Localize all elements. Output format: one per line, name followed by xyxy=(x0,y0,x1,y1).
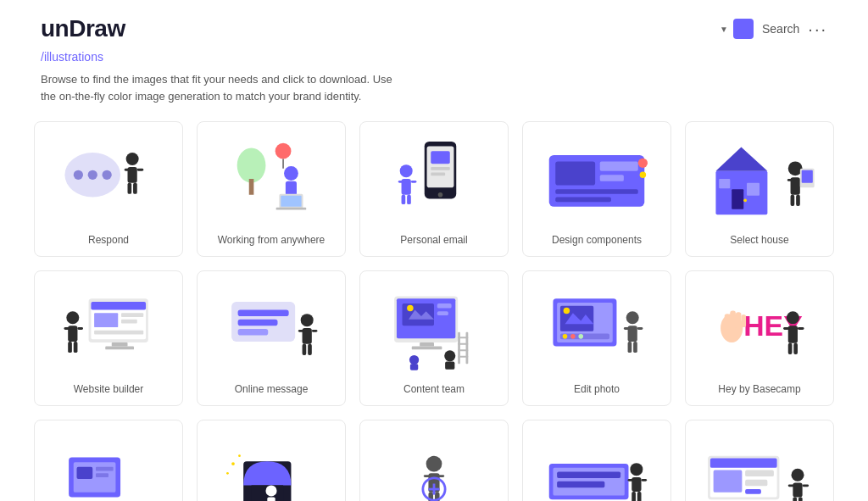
svg-point-106 xyxy=(626,311,639,324)
card-editphoto-image xyxy=(533,281,660,375)
svg-rect-47 xyxy=(787,179,793,181)
card-15[interactable] xyxy=(685,420,834,501)
svg-rect-147 xyxy=(557,471,620,478)
header-right: ▼ Search ··· xyxy=(720,19,827,39)
card-hey-basecamp[interactable]: HEY Hey by Basecamp xyxy=(685,270,834,406)
svg-point-89 xyxy=(444,350,455,361)
svg-rect-71 xyxy=(238,329,269,336)
svg-rect-23 xyxy=(431,173,445,176)
svg-point-133 xyxy=(231,462,235,465)
svg-point-62 xyxy=(66,311,79,324)
svg-rect-9 xyxy=(133,183,137,194)
color-swatch[interactable] xyxy=(733,19,754,39)
card-13[interactable] xyxy=(359,420,509,501)
card-content-team[interactable]: Content team xyxy=(359,270,509,406)
svg-rect-49 xyxy=(791,195,795,206)
svg-rect-77 xyxy=(308,344,312,355)
color-picker-group[interactable]: ▼ xyxy=(720,19,754,39)
svg-rect-108 xyxy=(624,327,630,330)
card-15-image xyxy=(696,431,823,501)
card-respond[interactable]: Respond xyxy=(34,121,183,257)
card-online-message[interactable]: Online message xyxy=(197,270,346,406)
svg-rect-83 xyxy=(437,303,452,309)
card-edit-photo[interactable]: Edit photo xyxy=(522,270,671,406)
svg-rect-85 xyxy=(420,342,434,347)
illustrations-link[interactable]: /illustrations xyxy=(41,50,103,64)
svg-point-131 xyxy=(265,485,276,496)
card-working-from-anywhere[interactable]: Working from anywhere xyxy=(197,121,346,257)
svg-point-105 xyxy=(578,334,583,339)
svg-point-44 xyxy=(743,198,747,202)
svg-point-162 xyxy=(792,469,804,482)
card-14[interactable] xyxy=(522,420,671,501)
card-house-label: Select house xyxy=(730,234,788,246)
svg-rect-138 xyxy=(424,475,431,477)
svg-rect-32 xyxy=(555,161,595,185)
more-menu-button[interactable]: ··· xyxy=(808,19,827,39)
card-design-components[interactable]: Design components xyxy=(522,121,671,257)
svg-rect-59 xyxy=(94,331,143,335)
card-12[interactable] xyxy=(197,420,346,501)
svg-point-82 xyxy=(407,305,414,312)
card-design-image xyxy=(533,132,660,225)
svg-rect-29 xyxy=(402,195,406,204)
svg-rect-75 xyxy=(312,330,318,332)
svg-rect-58 xyxy=(121,320,137,324)
logo: unDraw xyxy=(41,15,125,42)
card-select-house[interactable]: Select house xyxy=(685,121,834,257)
svg-rect-74 xyxy=(298,330,304,332)
svg-rect-164 xyxy=(788,484,795,487)
svg-rect-64 xyxy=(64,327,70,330)
card-message-image xyxy=(208,281,335,375)
svg-rect-41 xyxy=(732,189,743,209)
svg-point-134 xyxy=(238,454,241,457)
svg-rect-157 xyxy=(710,459,777,468)
svg-rect-50 xyxy=(796,195,800,206)
card-design-label: Design components xyxy=(552,234,642,246)
card-13-image xyxy=(370,431,498,501)
svg-point-135 xyxy=(226,472,229,475)
hero-section: /illustrations Browse to find the images… xyxy=(0,42,868,104)
svg-rect-109 xyxy=(637,327,643,330)
card-respond-image xyxy=(45,132,172,225)
svg-rect-6 xyxy=(125,169,131,171)
svg-rect-160 xyxy=(745,480,767,487)
card-hey-label: Hey by Basecamp xyxy=(718,383,800,395)
svg-rect-166 xyxy=(793,497,797,501)
svg-rect-55 xyxy=(91,302,146,309)
svg-point-104 xyxy=(570,334,576,339)
svg-rect-27 xyxy=(398,181,404,183)
card-11-image xyxy=(45,431,172,501)
svg-rect-163 xyxy=(793,483,802,498)
svg-rect-13 xyxy=(286,181,297,196)
svg-rect-7 xyxy=(137,169,144,171)
card-working-label: Working from anywhere xyxy=(218,234,326,246)
card-12-image xyxy=(208,431,335,501)
card-hey-image: HEY xyxy=(696,281,823,375)
svg-rect-93 xyxy=(458,337,468,338)
svg-rect-28 xyxy=(411,181,417,183)
svg-rect-148 xyxy=(557,482,604,488)
svg-rect-33 xyxy=(600,161,638,170)
card-personal-email[interactable]: Personal email xyxy=(359,121,509,257)
svg-rect-96 xyxy=(458,356,468,358)
svg-rect-86 xyxy=(412,347,442,350)
svg-rect-90 xyxy=(445,361,454,369)
card-working-image xyxy=(208,132,335,225)
card-11[interactable] xyxy=(34,420,183,501)
illustration-gallery: Respond Working from anywhere xyxy=(0,104,868,501)
svg-point-4 xyxy=(126,153,139,165)
svg-rect-151 xyxy=(628,479,634,482)
svg-point-2 xyxy=(88,170,97,180)
svg-rect-159 xyxy=(745,470,774,477)
svg-rect-66 xyxy=(68,342,72,353)
svg-rect-11 xyxy=(249,179,254,195)
svg-point-103 xyxy=(563,334,568,339)
svg-rect-95 xyxy=(458,349,468,351)
card-editphoto-label: Edit photo xyxy=(574,383,620,395)
search-button[interactable]: Search xyxy=(762,22,799,36)
svg-rect-126 xyxy=(77,467,93,479)
svg-point-136 xyxy=(426,456,442,472)
card-website-builder[interactable]: Website builder xyxy=(34,270,183,406)
svg-rect-139 xyxy=(438,475,445,477)
